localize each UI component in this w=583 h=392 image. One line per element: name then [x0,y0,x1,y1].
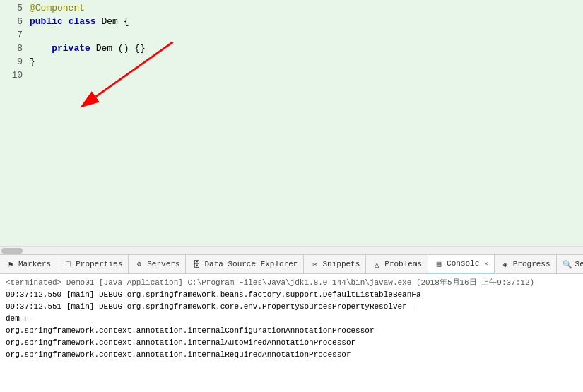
tab-progress[interactable]: ◈ Progress [495,254,557,274]
code-line-7 [30,28,583,42]
tab-markers-label: Markers [18,260,51,268]
console-area: <terminated> Demo01 [Java Application] C… [0,274,583,364]
code-line-5: @Component [30,1,583,15]
line-num-6: 6 [4,15,23,28]
tab-snippets[interactable]: ✂ Snippets [304,254,366,274]
code-line-6: public class Dem { [30,15,583,28]
markers-icon: ⚑ [6,259,16,269]
problems-icon: △ [372,259,382,269]
line-num-10: 10 [4,69,23,82]
tab-bar: ⚑ Markers □ Properties ⚙ Servers 🗄 Data … [0,254,583,274]
editor-area: 5 6 7 8 9 10 @Component public class Dem… [0,0,583,254]
console-plain-line-2: org.springframework.context.annotation.i… [6,337,577,349]
editor-scrollbar[interactable] [0,246,583,254]
tab-console[interactable]: ▤ Console ✕ [428,254,495,274]
line-num-7: 7 [4,28,23,42]
console-debug-line-2: 09:37:12.551 [main] DEBUG org.springfram… [6,301,577,313]
tab-progress-label: Progress [513,260,550,268]
properties-icon: □ [63,259,73,269]
tab-datasource-label: Data Source Explorer [204,260,298,268]
red-left-arrow-icon: ← [24,313,32,325]
tab-snippets-label: Snippets [322,260,360,268]
progress-icon: ◈ [500,259,510,269]
scrollbar-thumb[interactable] [1,248,23,254]
console-plain-line-3: org.springframework.context.annotation.i… [6,349,577,361]
tab-markers[interactable]: ⚑ Markers [0,254,57,274]
code-line-9: } [30,55,583,69]
console-close-icon[interactable]: ✕ [484,260,488,268]
tab-properties-label: Properties [76,260,122,268]
tab-properties[interactable]: □ Properties [57,254,129,274]
tab-datasource[interactable]: 🗄 Data Source Explorer [186,254,304,274]
console-icon: ▤ [434,259,444,268]
tab-problems[interactable]: △ Problems [366,254,428,274]
tab-servers-label: Servers [147,260,179,268]
code-line-8: private Dem () {} [30,42,583,55]
datasource-icon: 🗄 [192,259,201,269]
console-plain-line-1: org.springframework.context.annotation.i… [6,325,577,337]
servers-icon: ⚙ [134,259,144,269]
console-terminated-line: <terminated> Demo01 [Java Application] C… [6,277,577,289]
dem-text: dem [6,313,20,325]
tab-search-label: Search [575,260,583,268]
tab-search[interactable]: 🔍 Search [557,254,583,274]
console-dem-line: dem ← [6,313,577,325]
code-line-10 [30,69,583,82]
tab-console-label: Console [447,259,479,268]
tab-servers[interactable]: ⚙ Servers [129,254,186,274]
debug-text-2: 09:37:12.551 [main] DEBUG org.springfram… [6,301,416,313]
console-content[interactable]: <terminated> Demo01 [Java Application] C… [0,274,583,364]
line-numbers: 5 6 7 8 9 10 [0,0,27,246]
line-num-8: 8 [4,42,23,55]
search-icon: 🔍 [563,259,572,269]
code-lines[interactable]: @Component public class Dem { private De… [27,0,583,246]
tab-problems-label: Problems [384,260,422,268]
snippets-icon: ✂ [310,259,319,269]
console-debug-line-1: 09:37:12.550 [main] DEBUG org.springfram… [6,289,577,301]
line-num-5: 5 [4,1,23,15]
line-num-9: 9 [4,55,23,69]
